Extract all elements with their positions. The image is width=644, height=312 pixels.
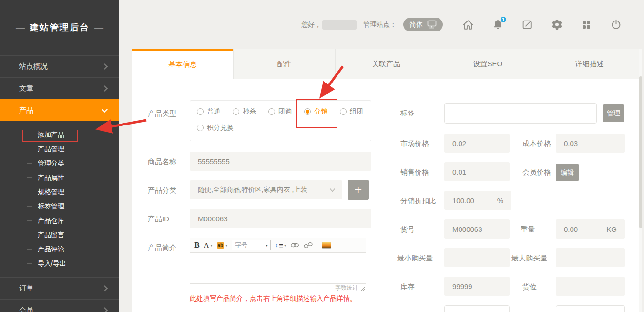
radio-icon: [268, 108, 275, 115]
unlink-icon[interactable]: [304, 242, 313, 249]
product-name-label: 商品名称: [148, 157, 176, 166]
radio-icon: [197, 125, 204, 131]
sidebar: — 建站管理后台 — 站点概况 文章 产品 添加产品 产品管理 管理分类 产品属…: [0, 0, 119, 312]
toolbar-divider: [317, 241, 317, 249]
submenu-item-spec-manage[interactable]: 规格管理: [0, 185, 119, 199]
submenu-item-tag-manage[interactable]: 标签管理: [0, 199, 119, 213]
item-no-input[interactable]: [444, 219, 510, 239]
sidebar-item-label: 文章: [19, 84, 33, 93]
product-category-select[interactable]: 随便,全部商品,特价区,家具内衣 ,上装: [190, 180, 342, 199]
radio-icon: [233, 108, 239, 115]
edit-member-price-button[interactable]: 编辑: [556, 164, 579, 181]
product-name-input[interactable]: [190, 152, 371, 171]
tab-basic-info[interactable]: 基本信息: [132, 49, 233, 79]
max-purchase-input[interactable]: [556, 248, 625, 267]
cost-price-input[interactable]: [556, 134, 625, 153]
member-price-label: 会员价格: [522, 168, 551, 177]
extra-input-right[interactable]: [556, 305, 625, 312]
chevron-down-icon: [102, 106, 108, 113]
tab-related-products[interactable]: 关联产品: [335, 49, 437, 79]
radio-label: 普通: [207, 107, 220, 116]
tab-accessories[interactable]: 配件: [233, 49, 335, 79]
plus-icon: +: [355, 183, 362, 198]
submenu-item-product-manage[interactable]: 产品管理: [0, 142, 119, 156]
chevron-right-icon: [102, 285, 108, 291]
editor-status-bar: 字数统计: [190, 283, 366, 292]
add-category-button[interactable]: +: [348, 180, 369, 200]
radio-distribution[interactable]: 分销: [304, 107, 327, 116]
distribution-ratio-field[interactable]: 100.00 %: [444, 191, 511, 210]
home-icon[interactable]: [462, 19, 474, 31]
app-title-text: 建站管理后台: [30, 21, 90, 34]
sidebar-item-members[interactable]: 会员: [0, 299, 119, 312]
extra-input-left[interactable]: [444, 305, 510, 312]
bold-icon[interactable]: B: [194, 241, 200, 250]
scrollbar-thumb[interactable]: [639, 76, 642, 228]
apps-grid-icon[interactable]: [580, 19, 593, 31]
font-color-icon[interactable]: A▾: [204, 241, 213, 250]
word-count-label: 字数统计: [335, 284, 358, 292]
product-category-value: 随便,全部商品,特价区,家具内衣 ,上装: [198, 186, 307, 194]
weight-field[interactable]: 0.00 KG: [556, 219, 625, 239]
scrollbar-track[interactable]: [639, 49, 642, 312]
topbar-icons: 1: [462, 19, 622, 31]
chevron-down-icon: [329, 188, 336, 192]
radio-team-buy[interactable]: 组团: [340, 107, 363, 116]
radio-label: 组团: [350, 107, 363, 116]
monitor-icon: [427, 20, 437, 29]
stock-label: 库存: [400, 282, 415, 291]
submenu-item-product-messages[interactable]: 产品留言: [0, 228, 119, 242]
item-no-label: 货号: [400, 225, 415, 234]
shelf-no-input[interactable]: [556, 277, 625, 296]
settings-gear-icon[interactable]: [551, 19, 563, 31]
radio-points-exchange[interactable]: 积分兑换: [197, 124, 234, 132]
sale-price-input[interactable]: [444, 162, 510, 181]
submenu-item-product-warehouse[interactable]: 产品仓库: [0, 213, 119, 228]
edit-icon[interactable]: [521, 19, 533, 31]
radio-group-buy[interactable]: 团购: [268, 107, 292, 116]
submenu-item-category-manage[interactable]: 管理分类: [0, 156, 119, 170]
submenu-item-product-attributes[interactable]: 产品属性: [0, 170, 119, 185]
sidebar-item-site-overview[interactable]: 站点概况: [0, 55, 119, 77]
manage-site-label: 管理站点：: [363, 21, 397, 29]
min-purchase-input[interactable]: [444, 248, 510, 267]
sidebar-item-articles[interactable]: 文章: [0, 77, 119, 99]
chevron-right-icon: [102, 307, 108, 312]
highlight-icon[interactable]: ab▾: [217, 242, 228, 249]
product-type-row-2: 积分兑换: [197, 124, 371, 132]
stock-input[interactable]: [444, 277, 510, 296]
product-id-input[interactable]: [190, 209, 371, 228]
submenu-item-product-reviews[interactable]: 产品评论: [0, 242, 119, 256]
sidebar-item-orders[interactable]: 订单: [0, 277, 119, 299]
tab-seo-settings[interactable]: 设置SEO: [437, 49, 538, 79]
resize-grip[interactable]: [360, 286, 365, 291]
submenu-item-import-export[interactable]: 导入/导出: [0, 256, 119, 270]
title-dash-left: —: [16, 22, 25, 33]
market-price-input[interactable]: [444, 134, 510, 153]
product-type-group: 普通 秒杀 团购 分销 组团 积分兑换: [190, 100, 371, 141]
chevron-right-icon: [102, 63, 108, 70]
submenu-item-add-product[interactable]: 添加产品: [0, 127, 119, 142]
radio-flash-sale[interactable]: 秒杀: [233, 107, 256, 116]
manage-tags-button[interactable]: 管理: [603, 104, 624, 122]
editor-text-area[interactable]: [190, 253, 366, 283]
topbar: 您好， 管理站点： 简体 1: [119, 0, 644, 49]
language-label: 简体: [409, 21, 423, 29]
sidebar-item-products[interactable]: 产品: [0, 99, 119, 121]
tab-detailed-description[interactable]: 详细描述: [539, 49, 640, 79]
font-size-select[interactable]: 字号▾: [232, 240, 271, 250]
sidebar-item-label: 产品: [19, 106, 33, 115]
line-height-icon[interactable]: ↕≡▾: [275, 241, 286, 250]
main-content-card: 基本信息 配件 关联产品 设置SEO 详细描述 产品类型 普通 秒杀 团购 分销…: [132, 49, 640, 312]
notifications-bell-icon[interactable]: 1: [491, 19, 504, 31]
insert-image-icon[interactable]: [322, 242, 331, 249]
sidebar-item-label: 会员: [19, 306, 33, 312]
link-icon[interactable]: [290, 242, 299, 248]
radio-label: 分销: [314, 107, 327, 116]
tab-bar: 基本信息 配件 关联产品 设置SEO 详细描述: [132, 49, 640, 79]
product-category-label: 产品分类: [148, 186, 176, 195]
radio-normal[interactable]: 普通: [197, 107, 220, 116]
logout-power-icon[interactable]: [610, 19, 622, 31]
language-switch-button[interactable]: 简体: [403, 18, 443, 31]
tags-input[interactable]: [444, 103, 597, 124]
